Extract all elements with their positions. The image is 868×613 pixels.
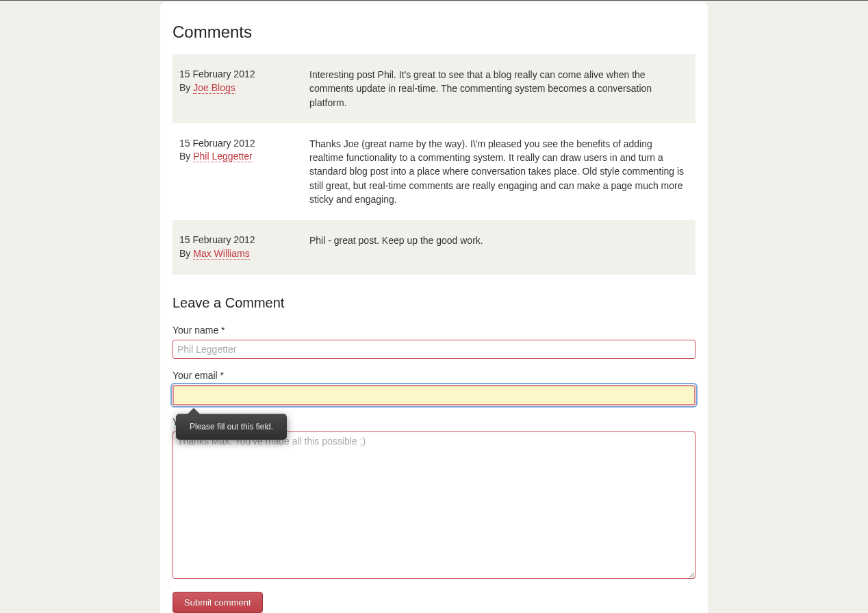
comment-author-link[interactable]: Joe Blogs: [193, 82, 235, 94]
comment-group: Your comment *: [173, 416, 695, 581]
comment-body: Thanks Joe (great name by the way). I\'m…: [309, 137, 689, 206]
comment-author-link[interactable]: Phil Leggetter: [193, 151, 252, 162]
comment-body: Phil - great post. Keep up the good work…: [309, 234, 689, 260]
comment-date: 15 February 2012: [179, 137, 309, 151]
by-prefix: By: [179, 248, 190, 259]
comments-list: 15 February 2012 By Joe Blogs Interestin…: [173, 54, 695, 275]
comment-date: 15 February 2012: [179, 68, 309, 82]
email-input[interactable]: [173, 385, 695, 405]
content-card: Comments 15 February 2012 By Joe Blogs I…: [160, 2, 708, 613]
email-label: Your email *: [173, 370, 695, 381]
comment-meta: 15 February 2012 By Phil Leggetter: [179, 137, 309, 206]
validation-tooltip: Please fill out this field.: [176, 414, 287, 440]
comment-author-link[interactable]: Max Williams: [193, 248, 249, 260]
submit-button[interactable]: Submit comment: [173, 592, 263, 613]
comment-body: Interesting post Phil. It's great to see…: [309, 68, 689, 110]
comment-row: 15 February 2012 By Phil Leggetter Thank…: [173, 123, 695, 220]
comment-row: 15 February 2012 By Joe Blogs Interestin…: [173, 54, 695, 123]
comment-meta: 15 February 2012 By Max Williams: [179, 234, 309, 260]
name-group: Your name *: [173, 325, 695, 359]
name-input[interactable]: [173, 340, 695, 359]
comment-meta: 15 February 2012 By Joe Blogs: [179, 68, 309, 110]
email-group: Your email * Please fill out this field.: [173, 370, 695, 405]
name-label: Your name *: [173, 325, 695, 336]
leave-comment-heading: Leave a Comment: [173, 295, 695, 311]
comment-textarea[interactable]: [173, 431, 695, 579]
by-prefix: By: [179, 151, 190, 162]
comment-date: 15 February 2012: [179, 234, 309, 247]
comment-row: 15 February 2012 By Max Williams Phil - …: [173, 220, 695, 274]
comment-form: Your name * Your email * Please fill out…: [173, 325, 695, 613]
by-prefix: By: [179, 82, 190, 93]
comments-heading: Comments: [173, 23, 695, 42]
